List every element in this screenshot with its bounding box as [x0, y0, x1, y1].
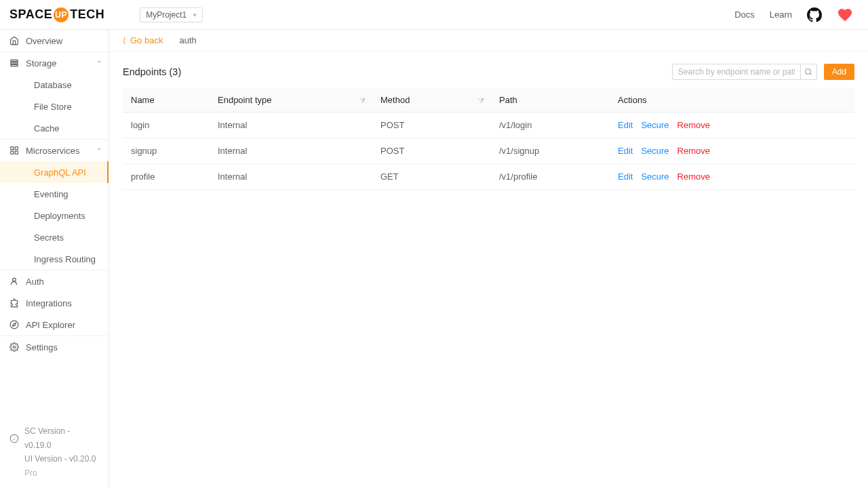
sidebar-item-label: Settings	[26, 342, 58, 352]
sidebar-item-label: API Explorer	[26, 320, 75, 330]
sidebar: Overview Storage ⌃ Database File Store C…	[0, 30, 109, 488]
learn-link[interactable]: Learn	[770, 9, 792, 20]
th-type[interactable]: Endpoint type⧩	[210, 88, 372, 113]
database-icon	[9, 58, 19, 68]
project-selector[interactable]: MyProject1 ▾	[140, 7, 203, 22]
svg-rect-1	[11, 62, 18, 64]
svg-point-8	[10, 321, 18, 329]
page-title: Endpoints (3)	[123, 66, 181, 77]
breadcrumb-current: auth	[179, 35, 196, 45]
sidebar-item-label: Microservices	[26, 146, 79, 156]
svg-point-7	[13, 278, 16, 281]
table-row: loginInternalPOST/v1/loginEditSecureRemo…	[123, 113, 854, 138]
logo-badge: UP	[54, 7, 68, 22]
cell-type: Internal	[210, 138, 372, 164]
puzzle-icon	[9, 298, 19, 308]
cell-path: /v1/login	[491, 113, 610, 138]
svg-point-14	[806, 69, 811, 75]
th-actions: Actions	[610, 88, 854, 113]
svg-rect-5	[11, 151, 14, 154]
heart-icon[interactable]	[837, 7, 853, 23]
secure-link[interactable]: Secure	[641, 120, 669, 130]
docs-link[interactable]: Docs	[734, 9, 755, 20]
services-icon	[9, 146, 19, 155]
cell-actions: EditSecureRemove	[610, 138, 854, 164]
cell-name: login	[123, 113, 210, 138]
secure-link[interactable]: Secure	[641, 171, 669, 182]
compass-icon	[9, 320, 19, 329]
caret-down-icon: ▾	[193, 12, 197, 18]
cell-method: POST	[372, 138, 491, 164]
search-button[interactable]	[801, 64, 817, 80]
gear-icon	[9, 342, 19, 352]
sidebar-item-settings[interactable]: Settings	[0, 336, 108, 358]
sidebar-item-auth[interactable]: Auth	[0, 270, 108, 292]
sidebar-item-integrations[interactable]: Integrations	[0, 292, 108, 314]
remove-link[interactable]: Remove	[677, 120, 710, 130]
logo: SPACEUPTECH	[9, 7, 104, 22]
topbar: SPACEUPTECH MyProject1 ▾ Docs Learn	[0, 0, 868, 30]
sidebar-item-label: Storage	[26, 58, 57, 68]
sidebar-item-label: Integrations	[26, 298, 72, 308]
sidebar-item-database[interactable]: Database	[0, 74, 108, 96]
svg-point-10	[13, 346, 16, 348]
svg-rect-2	[11, 64, 18, 66]
filter-icon: ⧩	[359, 96, 366, 104]
breadcrumb: ⟨ Go back auth	[109, 30, 868, 52]
sidebar-item-api-explorer[interactable]: API Explorer	[0, 314, 108, 336]
th-path: Path	[491, 88, 610, 113]
endpoints-table: Name Endpoint type⧩ Method⧩ Path Actions…	[123, 88, 854, 190]
home-icon	[9, 36, 19, 45]
cell-method: GET	[372, 164, 491, 190]
sc-version: SC Version - v0.19.0	[24, 424, 99, 452]
user-icon	[9, 277, 19, 286]
edit-link[interactable]: Edit	[618, 171, 633, 182]
sidebar-item-ingress[interactable]: Ingress Routing	[0, 248, 108, 270]
sidebar-item-storage[interactable]: Storage ⌃	[0, 52, 108, 74]
sidebar-item-label: Overview	[26, 36, 62, 46]
add-button[interactable]: Add	[824, 64, 854, 80]
table-row: signupInternalPOST/v1/signupEditSecureRe…	[123, 138, 854, 164]
cell-name: signup	[123, 138, 210, 164]
github-icon[interactable]	[807, 7, 822, 22]
svg-line-15	[810, 73, 811, 75]
sidebar-footer: SC Version - v0.19.0 UI Version - v0.20.…	[0, 418, 108, 488]
table-row: profileInternalGET/v1/profileEditSecureR…	[123, 164, 854, 190]
sidebar-item-deployments[interactable]: Deployments	[0, 205, 108, 226]
th-name: Name	[123, 88, 210, 113]
ui-version: UI Version - v0.20.0	[24, 452, 99, 466]
sidebar-item-microservices[interactable]: Microservices ⌃	[0, 140, 108, 161]
chevron-left-icon: ⟨	[123, 36, 126, 45]
search-icon	[804, 68, 812, 76]
remove-link[interactable]: Remove	[677, 171, 710, 182]
project-name: MyProject1	[146, 10, 186, 20]
sidebar-item-graphql[interactable]: GraphQL API	[0, 161, 108, 183]
secure-link[interactable]: Secure	[641, 146, 669, 156]
info-icon	[9, 434, 19, 443]
cell-actions: EditSecureRemove	[610, 164, 854, 190]
svg-rect-4	[15, 147, 18, 150]
cell-path: /v1/signup	[491, 138, 610, 164]
cell-name: profile	[123, 164, 210, 190]
sidebar-item-secrets[interactable]: Secrets	[0, 226, 108, 248]
sidebar-item-label: Auth	[26, 277, 44, 287]
sidebar-item-eventing[interactable]: Eventing	[0, 183, 108, 205]
cell-path: /v1/profile	[491, 164, 610, 190]
svg-rect-3	[11, 147, 14, 150]
edit-link[interactable]: Edit	[618, 146, 633, 156]
chevron-up-icon: ⌃	[96, 147, 102, 155]
remove-link[interactable]: Remove	[677, 146, 710, 156]
cell-actions: EditSecureRemove	[610, 113, 854, 138]
go-back-link[interactable]: ⟨ Go back	[123, 35, 163, 45]
cell-type: Internal	[210, 164, 372, 190]
sidebar-item-cache[interactable]: Cache	[0, 117, 108, 139]
plan: Pro	[24, 466, 99, 480]
edit-link[interactable]: Edit	[618, 120, 633, 130]
cell-type: Internal	[210, 113, 372, 138]
th-method[interactable]: Method⧩	[372, 88, 491, 113]
sidebar-item-filestore[interactable]: File Store	[0, 96, 108, 117]
chevron-up-icon: ⌃	[96, 60, 102, 67]
main: ⟨ Go back auth Endpoints (3) Add	[109, 30, 868, 488]
sidebar-item-overview[interactable]: Overview	[0, 30, 108, 52]
search-input[interactable]	[672, 64, 801, 80]
